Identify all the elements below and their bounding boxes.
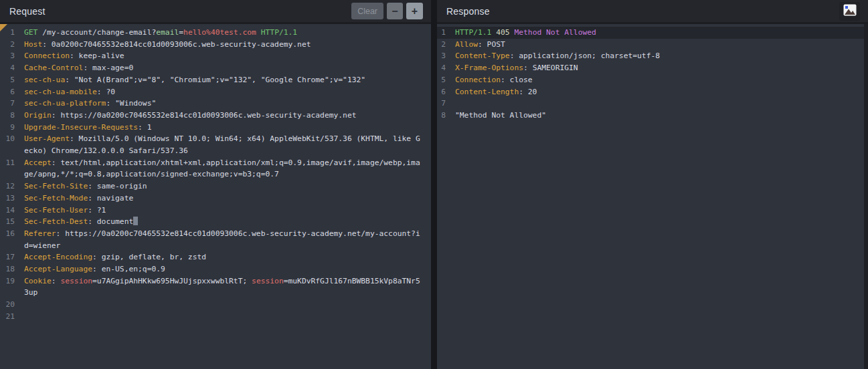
line-text: Sec-Fetch-Mode: navigate	[24, 193, 422, 205]
request-editor[interactable]: 1GET /my-account/change-email?email=hell…	[0, 24, 431, 369]
code-line: 9Upgrade-Insecure-Requests: 1	[0, 122, 431, 134]
response-editor[interactable]: 1HTTP/1.1 405 Method Not Allowed2Allow: …	[437, 24, 868, 369]
line-text: Content-Type: application/json; charset=…	[455, 50, 853, 62]
clear-button[interactable]: Clear	[351, 3, 383, 19]
code-line: 19Cookie: session=u7AGgipAhHKkw695HwJUjs…	[0, 275, 431, 299]
code-line: 5sec-ch-ua: "Not A(Brand";v="8", "Chromi…	[0, 74, 431, 86]
response-panel-header: Response	[437, 0, 868, 24]
line-number: 10	[0, 133, 15, 145]
code-line: 10User-Agent: Mozilla/5.0 (Windows NT 10…	[0, 133, 431, 156]
line-text: X-Frame-Options: SAMEORIGIN	[455, 62, 853, 74]
line-number: 15	[0, 216, 15, 228]
http-message-viewer: Request Clear − + 1GET /my-account/chang…	[0, 0, 868, 369]
increase-font-button[interactable]: +	[406, 3, 423, 19]
line-number: 8	[437, 110, 446, 122]
line-number: 8	[0, 110, 15, 122]
line-text: Content-Length: 20	[455, 86, 853, 98]
line-text: Upgrade-Insecure-Requests: 1	[24, 122, 422, 134]
line-text: Host: 0a0200c70465532e814cc01d0093006c.w…	[24, 39, 422, 51]
line-number: 4	[0, 62, 15, 74]
line-number: 7	[437, 98, 446, 110]
line-text: Connection: keep-alive	[24, 50, 422, 62]
line-text: Sec-Fetch-Site: same-origin	[24, 180, 422, 193]
code-line: 21	[0, 311, 431, 323]
line-text: User-Agent: Mozilla/5.0 (Windows NT 10.0…	[24, 133, 422, 156]
code-line: 18Accept-Language: en-US,en;q=0.9	[0, 263, 431, 275]
request-panel: Request Clear − + 1GET /my-account/chang…	[0, 0, 431, 369]
response-panel-title: Response	[446, 6, 490, 17]
line-number: 6	[437, 86, 446, 98]
code-line: 3Content-Type: application/json; charset…	[437, 50, 868, 62]
line-text: Accept-Encoding: gzip, deflate, br, zstd	[24, 251, 422, 263]
line-text: Connection: close	[455, 74, 853, 86]
code-line: 6sec-ch-ua-mobile: ?0	[0, 86, 431, 98]
code-line: 15Sec-Fetch-Dest: document	[0, 216, 431, 228]
line-number: 4	[437, 62, 446, 74]
code-line: 8"Method Not Allowed"	[437, 110, 868, 122]
code-line: 7sec-ch-ua-platform: "Windows"	[0, 98, 431, 110]
line-number: 7	[0, 98, 15, 110]
response-toolbar	[839, 2, 860, 21]
line-number: 13	[0, 193, 15, 205]
image-icon	[843, 4, 857, 18]
code-line: 6Content-Length: 20	[437, 86, 868, 98]
line-number: 14	[0, 205, 15, 217]
line-number: 9	[0, 122, 15, 134]
line-number: 3	[0, 50, 15, 62]
line-number: 21	[0, 311, 15, 323]
code-line: 12Sec-Fetch-Site: same-origin	[0, 180, 431, 193]
line-number: 19	[0, 275, 15, 287]
line-number: 6	[0, 86, 15, 98]
code-line: 2Allow: POST	[437, 39, 868, 51]
request-toolbar: Clear − +	[351, 3, 423, 19]
render-image-button[interactable]	[839, 2, 860, 21]
line-number: 5	[437, 74, 446, 86]
code-line: 8Origin: https://0a0200c70465532e814cc01…	[0, 110, 431, 122]
line-text: sec-ch-ua-platform: "Windows"	[24, 98, 422, 110]
line-text: Sec-Fetch-Dest: document	[24, 216, 422, 228]
line-number: 16	[0, 228, 15, 240]
line-number: 3	[437, 50, 446, 62]
code-line: 3Connection: keep-alive	[0, 50, 431, 62]
line-text: GET /my-account/change-email?email=hello…	[24, 27, 422, 39]
code-line: 2Host: 0a0200c70465532e814cc01d0093006c.…	[0, 39, 431, 51]
line-number: 2	[0, 39, 15, 51]
code-line: 5Connection: close	[437, 74, 868, 86]
request-panel-title: Request	[9, 6, 46, 17]
line-text: sec-ch-ua: "Not A(Brand";v="8", "Chromiu…	[24, 74, 422, 86]
line-text: Accept: text/html,application/xhtml+xml,…	[24, 157, 422, 180]
line-number: 5	[0, 74, 15, 86]
code-line: 17Accept-Encoding: gzip, deflate, br, zs…	[0, 251, 431, 263]
code-line: 7	[437, 98, 868, 110]
line-text: Sec-Fetch-User: ?1	[24, 205, 422, 217]
code-line: 11Accept: text/html,application/xhtml+xm…	[0, 157, 431, 180]
decrease-font-button[interactable]: −	[387, 3, 403, 19]
line-number: 17	[0, 251, 15, 263]
code-line: 16Referer: https://0a0200c70465532e814cc…	[0, 228, 431, 251]
code-line: 20	[0, 299, 431, 311]
scrollbar-track[interactable]	[864, 24, 868, 369]
line-text: Origin: https://0a0200c70465532e814cc01d…	[24, 110, 422, 122]
line-text: Cache-Control: max-age=0	[24, 62, 422, 74]
line-number: 2	[437, 39, 446, 51]
line-text: Referer: https://0a0200c70465532e814cc01…	[24, 228, 422, 251]
line-text: Cookie: session=u7AGgipAhHKkw695HwJUjspx…	[24, 275, 422, 299]
line-text: Accept-Language: en-US,en;q=0.9	[24, 263, 422, 275]
modified-corner-marker	[0, 24, 7, 31]
code-line: 4Cache-Control: max-age=0	[0, 62, 431, 74]
code-line: 1HTTP/1.1 405 Method Not Allowed	[437, 27, 868, 39]
code-line: 13Sec-Fetch-Mode: navigate	[0, 193, 431, 205]
line-number: 20	[0, 299, 15, 311]
code-line: 4X-Frame-Options: SAMEORIGIN	[437, 62, 868, 74]
request-panel-header: Request Clear − +	[0, 0, 431, 24]
panel-divider[interactable]	[431, 0, 437, 369]
line-number: 1	[437, 27, 446, 39]
line-text: HTTP/1.1 405 Method Not Allowed	[455, 27, 853, 39]
line-text: "Method Not Allowed"	[455, 110, 853, 122]
line-text: sec-ch-ua-mobile: ?0	[24, 86, 422, 98]
line-number: 12	[0, 180, 15, 193]
response-panel: Response 1HTTP/1.1 405 Method Not Allowe…	[437, 0, 868, 369]
line-number: 18	[0, 263, 15, 275]
code-line: 1GET /my-account/change-email?email=hell…	[0, 27, 431, 39]
text-cursor	[133, 217, 138, 225]
